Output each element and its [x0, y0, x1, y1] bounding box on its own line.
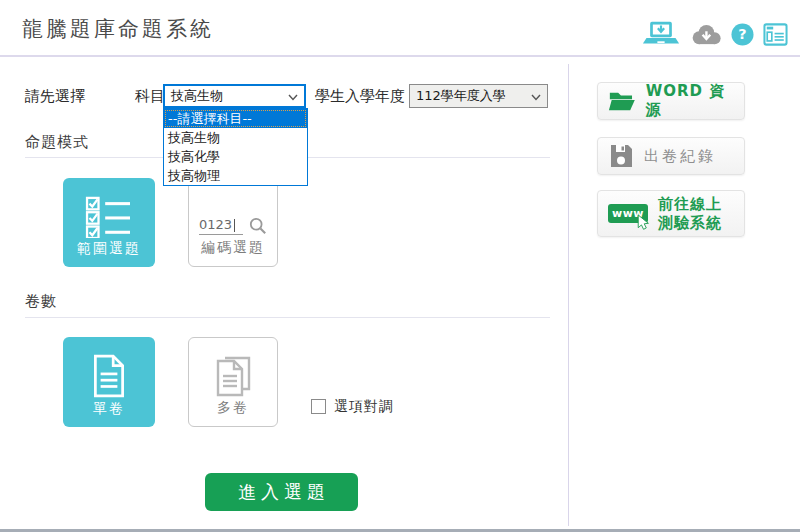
svg-text:?: ?: [738, 26, 746, 42]
code-input-value: 0123: [199, 217, 232, 232]
subject-select-value: 技高生物: [171, 87, 223, 105]
papers-section-title: 卷數: [25, 292, 57, 311]
cloud-download-icon[interactable]: [689, 22, 722, 47]
enter-selection-button[interactable]: 進入選題: [205, 473, 358, 511]
online-test-system-button[interactable]: www 前往線上 測驗系統: [597, 190, 745, 237]
chevron-down-icon: [288, 89, 298, 104]
help-icon[interactable]: ?: [731, 23, 754, 46]
multi-tile-label: 多卷: [217, 399, 249, 417]
code-tile-label: 編碼選題: [201, 239, 265, 257]
year-label: 學生入學年度: [315, 87, 405, 106]
single-tile-label: 單卷: [93, 400, 125, 418]
code-select-tile[interactable]: 0123 編碼選題: [188, 178, 278, 267]
dropdown-option[interactable]: 技高物理: [164, 166, 307, 185]
search-icon[interactable]: [249, 217, 267, 235]
multi-document-icon: [212, 353, 254, 397]
exam-records-label: 出卷紀錄: [644, 147, 716, 166]
vertical-divider: [568, 64, 569, 526]
section-divider: [25, 317, 550, 318]
subject-label: 科目: [135, 87, 165, 106]
single-document-icon: [90, 354, 128, 398]
floppy-save-icon: [608, 143, 634, 169]
header-icon-bar: ?: [642, 18, 788, 50]
word-resources-button[interactable]: WORD 資源: [597, 82, 745, 120]
word-resources-label: WORD 資源: [646, 82, 734, 120]
dropdown-option[interactable]: 技高生物: [164, 128, 307, 147]
range-select-tile[interactable]: 範圍選題: [63, 178, 155, 267]
laptop-download-icon[interactable]: [642, 20, 680, 49]
header: 龍騰題庫命題系統: [0, 0, 800, 57]
dropdown-option[interactable]: 技高化學: [164, 147, 307, 166]
www-cursor-icon: www: [608, 204, 648, 223]
checklist-icon: [83, 196, 135, 238]
year-select[interactable]: 112學年度入學: [409, 84, 548, 108]
exam-records-button[interactable]: 出卷紀錄: [597, 137, 745, 175]
app-window: 龍騰題庫命題系統: [0, 0, 800, 532]
mode-section-title: 命題模式: [25, 133, 89, 152]
swap-options-checkbox[interactable]: [311, 399, 326, 414]
subject-select[interactable]: 技高生物: [163, 84, 306, 108]
range-tile-label: 範圍選題: [77, 240, 141, 258]
online-test-label-line2: 測驗系統: [658, 214, 722, 233]
exam-list-icon[interactable]: [763, 23, 788, 46]
multi-paper-tile[interactable]: 多卷: [188, 337, 278, 427]
single-paper-tile[interactable]: 單卷: [63, 337, 155, 427]
online-test-label-line1: 前往線上: [658, 195, 722, 214]
app-title: 龍騰題庫命題系統: [22, 15, 214, 43]
folder-icon: [608, 89, 636, 113]
code-search-input[interactable]: 0123: [199, 217, 243, 235]
dropdown-option[interactable]: --請選擇科目--: [164, 109, 307, 128]
subject-dropdown-list: --請選擇科目-- 技高生物 技高化學 技高物理: [163, 108, 308, 186]
year-select-value: 112學年度入學: [416, 87, 506, 105]
swap-options-label: 選項對調: [334, 398, 394, 416]
prompt-label: 請先選擇: [25, 87, 85, 106]
text-caret: [234, 219, 235, 232]
chevron-down-icon: [531, 89, 541, 104]
